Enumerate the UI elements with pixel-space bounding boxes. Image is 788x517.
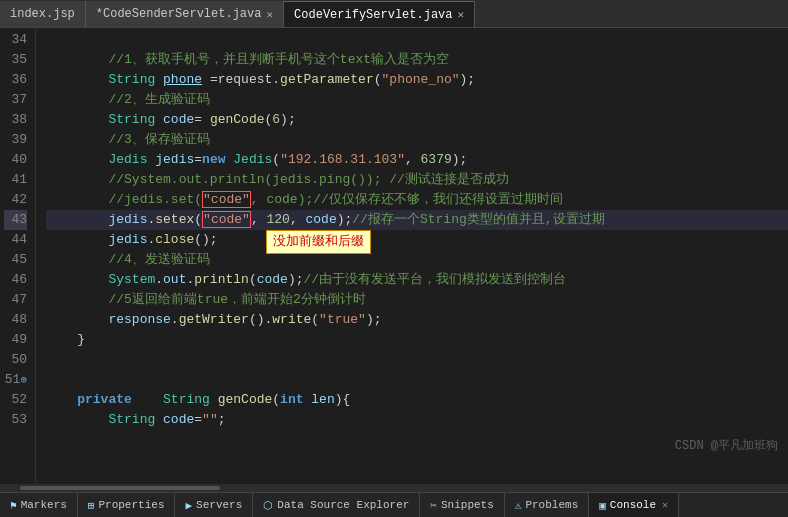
code-line: String code=""; [46,410,788,430]
code-line [46,350,788,370]
code-line: //5返回给前端true，前端开始2分钟倒计时 [46,290,788,310]
code-line: } [46,330,788,350]
code-line: String code= genCode(6); [46,110,788,130]
code-line: System.out.println(code);//由于没有发送平台，我们模拟… [46,270,788,290]
problems-icon: ⚠ [515,499,522,512]
bottom-tab-label: Properties [98,499,164,511]
code-content: //1、获取手机号，并且判断手机号这个text输入是否为空 String pho… [36,28,788,484]
bottom-tab-label: Servers [196,499,242,511]
scrollbar-thumb[interactable] [20,486,220,490]
bottom-tab-problems[interactable]: ⚠ Problems [505,493,589,517]
code-line: //3、保存验证码 [46,130,788,150]
code-line: //jedis.set("code", code);//仅仅保存还不够，我们还得… [46,190,788,210]
tab-code-verify-servlet[interactable]: CodeVerifyServlet.java ✕ [284,1,475,27]
code-line [46,370,788,390]
code-line: //4、发送验证码 [46,250,788,270]
bottom-tab-label: Console [610,499,656,511]
line-numbers: 34 35 36 37 38 39 40 41 42 43 44 45 46 4… [0,28,36,484]
code-line: private String genCode(int len){ [46,390,788,410]
code-line: jedis.setex("code", 120, code);//报存一个Str… [46,210,788,230]
code-line: jedis.close(); [46,230,788,250]
properties-icon: ⊞ [88,499,95,512]
code-area: 34 35 36 37 38 39 40 41 42 43 44 45 46 4… [0,28,788,484]
tab-index-jsp[interactable]: index.jsp [0,1,86,27]
code-line: Jedis jedis=new Jedis("192.168.31.103", … [46,150,788,170]
bottom-tab-servers[interactable]: ▶ Servers [175,493,253,517]
bottom-tab-markers[interactable]: ⚑ Markers [0,493,78,517]
tab-label: *CodeSenderServlet.java [96,7,262,21]
bottom-tab-snippets[interactable]: ✂ Snippets [420,493,504,517]
bottom-tab-data-source-explorer[interactable]: ⬡ Data Source Explorer [253,493,420,517]
bottom-bar: ⚑ Markers ⊞ Properties ▶ Servers ⬡ Data … [0,492,788,517]
tab-label: CodeVerifyServlet.java [294,8,452,22]
code-line: //1、获取手机号，并且判断手机号这个text输入是否为空 [46,50,788,70]
code-line: //System.out.println(jedis.ping()); //测试… [46,170,788,190]
bottom-tab-label: Problems [525,499,578,511]
bottom-tab-label: Snippets [441,499,494,511]
bottom-tab-properties[interactable]: ⊞ Properties [78,493,176,517]
servers-icon: ▶ [185,499,192,512]
code-line: //2、生成验证码 [46,90,788,110]
code-line [46,30,788,50]
horizontal-scrollbar[interactable] [0,484,788,492]
tab-close-icon[interactable]: ✕ [266,8,273,21]
console-icon: ▣ [599,499,606,512]
data-source-icon: ⬡ [263,499,273,512]
console-badge: ✕ [662,499,668,511]
markers-icon: ⚑ [10,499,17,512]
code-line: response.getWriter().write("true"); [46,310,788,330]
code-line: String phone =request.getParameter("phon… [46,70,788,90]
snippets-icon: ✂ [430,499,437,512]
bottom-tab-label: Markers [21,499,67,511]
watermark: CSDN @平凡加班狗 [675,437,778,454]
bottom-tab-console[interactable]: ▣ Console ✕ [589,493,679,517]
tab-label: index.jsp [10,7,75,21]
tab-bar: index.jsp *CodeSenderServlet.java ✕ Code… [0,0,788,28]
bottom-tab-label: Data Source Explorer [277,499,409,511]
tab-code-sender-servlet[interactable]: *CodeSenderServlet.java ✕ [86,1,284,27]
tab-close-icon[interactable]: ✕ [458,8,465,21]
